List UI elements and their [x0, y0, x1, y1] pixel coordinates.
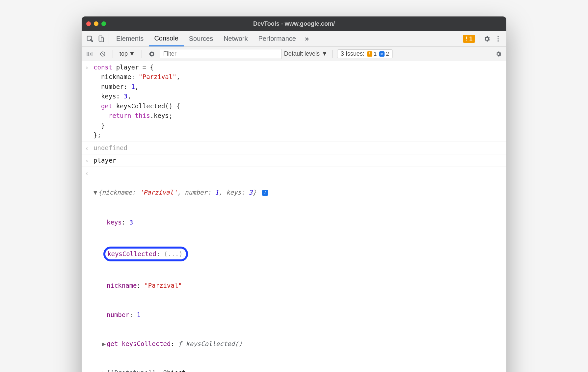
tabs-bar: Elements Console Sources Network Perform…	[82, 31, 506, 47]
tab-label: Console	[154, 35, 178, 42]
badge-count: 2	[386, 51, 389, 57]
svg-point-9	[151, 53, 153, 55]
divider	[113, 50, 113, 58]
input-chevron-icon: ›	[84, 156, 90, 165]
expand-triangle-icon[interactable]: ▶	[102, 368, 107, 372]
tab-console[interactable]: Console	[149, 31, 183, 46]
tab-label: Elements	[116, 35, 144, 42]
divider	[479, 34, 479, 44]
getter-row[interactable]: ▶get keysCollected: ƒ keysCollected()	[94, 339, 268, 349]
chevron-down-icon: ▼	[322, 50, 328, 57]
object-summary[interactable]: ▼{nickname: 'Parzival', number: 1, keys:…	[94, 188, 268, 197]
context-selector[interactable]: top ▼	[118, 50, 137, 57]
levels-label: Default levels	[284, 50, 320, 57]
issues-warn-badge: ! 1	[367, 51, 377, 57]
svg-rect-2	[101, 38, 103, 42]
console-output-row: ‹ ▼{nickname: 'Parzival', number: 1, key…	[82, 167, 506, 372]
issues-button[interactable]: 3 Issues: ! 1 2	[337, 49, 393, 58]
filter-input[interactable]	[160, 49, 281, 59]
console-body: › const player = { nickname: "Parzival",…	[82, 61, 506, 372]
warnings-badge[interactable]: 1	[463, 35, 475, 43]
property-row-highlighted[interactable]: keysCollected: (...)	[94, 247, 268, 261]
undefined-output: undefined	[90, 143, 127, 153]
info-icon[interactable]: i	[262, 190, 268, 196]
svg-text:!: !	[369, 52, 370, 56]
expand-triangle-icon[interactable]: ▶	[102, 339, 107, 349]
divider	[142, 50, 142, 58]
code-text: player	[90, 156, 116, 165]
output-chevron-icon: ‹	[84, 168, 90, 178]
collapse-triangle-icon[interactable]: ▼	[94, 188, 98, 197]
console-output-row: ‹ undefined	[82, 142, 506, 154]
window-title: DevTools - www.google.com/	[82, 20, 506, 27]
divider	[109, 34, 109, 44]
tab-sources[interactable]: Sources	[184, 31, 218, 46]
console-toolbar: top ▼ Default levels ▼ 3 Issues: ! 1 2	[82, 47, 506, 61]
settings-gear-icon[interactable]	[481, 33, 493, 44]
svg-point-3	[497, 36, 499, 37]
device-toggle-icon[interactable]	[95, 33, 107, 44]
svg-rect-14	[381, 54, 383, 55]
inspect-icon[interactable]	[84, 33, 95, 44]
titlebar: DevTools - www.google.com/	[82, 16, 506, 31]
devtools-window: DevTools - www.google.com/ Elements Cons…	[82, 16, 506, 372]
tab-label: Sources	[189, 35, 213, 42]
kebab-menu-icon[interactable]	[493, 33, 504, 44]
code-block: const player = { nickname: "Parzival", n…	[90, 63, 180, 140]
property-row[interactable]: keys: 3	[94, 218, 268, 227]
input-chevron-icon: ›	[84, 63, 90, 72]
tab-network[interactable]: Network	[218, 31, 253, 46]
log-levels-selector[interactable]: Default levels ▼	[284, 50, 328, 57]
svg-point-5	[497, 40, 499, 41]
output-chevron-icon: ‹	[84, 143, 90, 153]
more-tabs-icon[interactable]: »	[301, 33, 312, 44]
badge-count: 1	[469, 36, 472, 42]
svg-point-4	[497, 38, 499, 40]
tab-label: Performance	[258, 35, 296, 42]
console-input-row[interactable]: › player	[82, 154, 506, 167]
context-label: top	[120, 50, 128, 57]
object-expansion: ▼{nickname: 'Parzival', number: 1, keys:…	[90, 168, 268, 372]
divider	[332, 50, 333, 58]
tab-elements[interactable]: Elements	[111, 31, 149, 46]
badge-count: 1	[374, 51, 377, 57]
tab-label: Network	[224, 35, 248, 42]
tab-performance[interactable]: Performance	[253, 31, 302, 46]
chevron-down-icon: ▼	[129, 50, 135, 57]
property-row[interactable]: nickname: "Parzival"	[94, 281, 268, 290]
svg-rect-13	[381, 53, 383, 54]
issues-label: 3 Issues:	[341, 50, 364, 57]
prototype-row[interactable]: ▶[[Prototype]]: Object	[94, 368, 268, 372]
console-settings-gear-icon[interactable]	[493, 49, 504, 59]
console-input-row[interactable]: › const player = { nickname: "Parzival",…	[82, 61, 506, 142]
property-row[interactable]: number: 1	[94, 310, 268, 320]
toggle-sidebar-icon[interactable]	[84, 49, 95, 59]
issues-info-badge: 2	[379, 51, 389, 57]
clear-console-icon[interactable]	[97, 49, 108, 59]
live-expression-icon[interactable]	[147, 49, 157, 59]
